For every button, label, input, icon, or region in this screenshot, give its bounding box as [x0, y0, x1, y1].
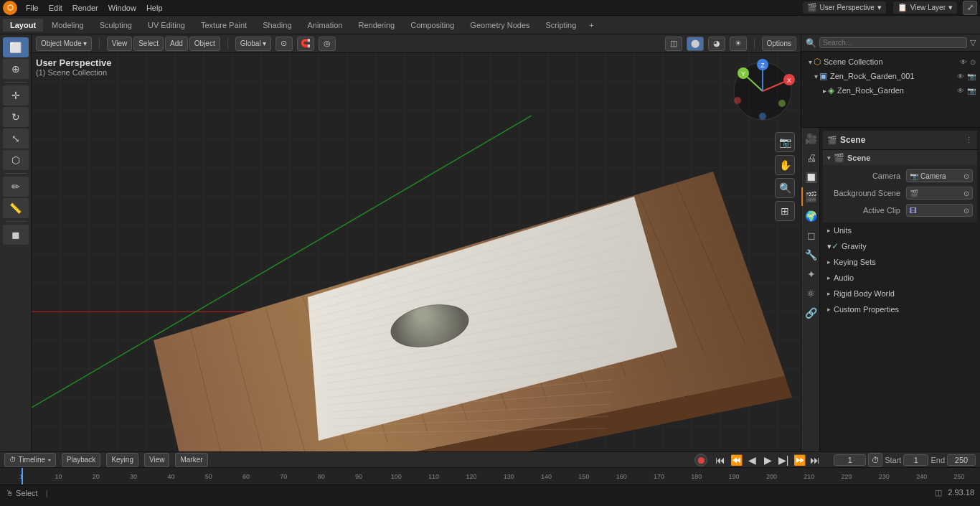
outliner-filter-btn[interactable]: ▽	[970, 38, 976, 47]
tab-compositing[interactable]: Compositing	[403, 19, 461, 32]
outliner-visibility-icon-3[interactable]: 👁	[957, 87, 964, 95]
playhead[interactable]	[22, 468, 23, 484]
timeline-type-btn[interactable]: ⏱ Timeline ▾	[4, 453, 56, 467]
custom-props-row[interactable]: ▸ Custom Properties	[823, 301, 977, 317]
viewport-canvas[interactable]: User Perspective (1) Scene Collection X …	[32, 53, 801, 451]
tab-modeling[interactable]: Modeling	[44, 19, 91, 32]
outliner-select-icon[interactable]: ⊙	[970, 58, 976, 66]
bg-scene-pick-icon[interactable]: ⊙	[963, 189, 969, 197]
object-mode-selector[interactable]: Object Mode ▾	[36, 37, 92, 51]
pivot-point-btn[interactable]: ⊙	[275, 37, 293, 51]
props-render-btn[interactable]: 🎥	[801, 129, 820, 148]
menu-window[interactable]: Window	[104, 2, 141, 14]
gravity-checkbox[interactable]: ✓	[831, 241, 839, 251]
end-frame-input[interactable]	[947, 454, 976, 466]
viewport-shading-wire[interactable]: ◫	[665, 37, 682, 51]
props-modifier-btn[interactable]: 🔧	[801, 245, 820, 264]
scene-selector[interactable]: 🎬 User Perspective ▾	[803, 1, 886, 14]
props-particles-btn[interactable]: ✦	[801, 265, 820, 284]
add-workspace-button[interactable]: +	[585, 19, 598, 32]
props-output-btn[interactable]: 🖨	[801, 149, 820, 167]
outliner-item-scene-collection[interactable]: ▾ ⬡ Scene Collection 👁 ⊙	[801, 55, 980, 69]
hand-tool-btn[interactable]: ✋	[775, 155, 795, 175]
active-clip-prop-value[interactable]: 🎞 ⊙	[906, 204, 973, 217]
camera-view-btn[interactable]: 📷	[775, 132, 795, 152]
props-options-icon[interactable]: ⋮	[965, 136, 973, 145]
active-clip-pick-icon[interactable]: ⊙	[963, 207, 969, 215]
options-button[interactable]: Options	[762, 37, 796, 51]
rotate-tool[interactable]: ↻	[3, 107, 29, 127]
outliner-visibility-icon[interactable]: 👁	[960, 58, 967, 66]
tab-uv-editing[interactable]: UV Editing	[141, 19, 192, 32]
props-object-btn[interactable]: ◻	[801, 226, 820, 245]
add-cube-tool[interactable]: ◼	[3, 225, 29, 245]
view-menu[interactable]: View	[107, 37, 133, 51]
annotate-tool[interactable]: ✏	[3, 177, 29, 197]
menu-help[interactable]: Help	[142, 2, 167, 14]
keying-sets-row[interactable]: ▸ Keying Sets	[823, 254, 977, 270]
record-button[interactable]: ⏺	[694, 454, 707, 467]
audio-row[interactable]: ▸ Audio	[823, 270, 977, 286]
outliner-item-zen-001[interactable]: ▾ ▣ Zen_Rock_Garden_001 👁 📷	[801, 69, 980, 83]
props-constraints-btn[interactable]: 🔗	[801, 304, 820, 322]
camera-pick-icon[interactable]: ⊙	[963, 172, 969, 180]
jump-end-btn[interactable]: ⏭	[808, 453, 822, 467]
jump-prev-btn[interactable]: ⏪	[729, 453, 743, 467]
playback-menu[interactable]: Playback	[62, 453, 101, 467]
props-view-layer-btn[interactable]: 🔲	[801, 168, 820, 187]
select-menu[interactable]: Select	[133, 37, 164, 51]
jump-next-btn[interactable]: ⏩	[792, 453, 806, 467]
navigation-gizmo[interactable]: X Y Z	[730, 59, 795, 123]
scene-section-header[interactable]: ▾ 🎬 Scene	[823, 149, 977, 165]
tab-rendering[interactable]: Rendering	[351, 19, 402, 32]
outliner-render-icon-2[interactable]: 📷	[967, 87, 976, 95]
menu-edit[interactable]: Edit	[44, 2, 67, 14]
add-menu[interactable]: Add	[165, 37, 188, 51]
fullscreen-button[interactable]: ⤢	[963, 1, 977, 15]
rigid-body-row[interactable]: ▸ Rigid Body World	[823, 286, 977, 301]
frame-clock-btn[interactable]: ⏱	[868, 453, 882, 467]
proportional-editing-btn[interactable]: ◎	[319, 37, 336, 51]
tab-animation[interactable]: Animation	[301, 19, 350, 32]
viewport-shading-render[interactable]: ☀	[730, 37, 747, 51]
transform-orientation-selector[interactable]: Global ▾	[235, 37, 271, 51]
props-world-btn[interactable]: 🌍	[801, 207, 820, 225]
tab-shading[interactable]: Shading	[255, 19, 298, 32]
view-layer-selector[interactable]: 📋 View Layer ▾	[893, 1, 957, 14]
outliner-render-icon[interactable]: 📷	[967, 72, 976, 80]
viewport-shading-solid[interactable]: ⬤	[687, 37, 704, 51]
keying-menu[interactable]: Keying	[106, 453, 138, 467]
snap-btn[interactable]: 🧲	[297, 37, 314, 51]
jump-start-btn[interactable]: ⏮	[713, 453, 727, 467]
object-menu[interactable]: Object	[189, 37, 220, 51]
tab-geometry-nodes[interactable]: Geometry Nodes	[463, 19, 537, 32]
units-row[interactable]: ▸ Units	[823, 222, 977, 238]
zoom-btn[interactable]: 🔍	[775, 178, 795, 198]
tab-sculpting[interactable]: Sculpting	[93, 19, 139, 32]
current-frame-input[interactable]	[834, 454, 866, 466]
camera-prop-value[interactable]: 📷 Camera ⊙	[906, 169, 973, 182]
menu-file[interactable]: File	[22, 2, 43, 14]
cursor-tool[interactable]: ⊕	[3, 59, 29, 79]
tab-scripting[interactable]: Scripting	[539, 19, 584, 32]
move-tool[interactable]: ✛	[3, 85, 29, 106]
outliner-search[interactable]	[819, 37, 967, 48]
view-menu-timeline[interactable]: View	[144, 453, 170, 467]
select-box-tool[interactable]: ⬜	[3, 37, 29, 57]
timeline-ruler[interactable]: 1 10 20 30 40 50 60 70 80 90 100 110 120…	[0, 468, 980, 484]
next-frame-btn[interactable]: ▶|	[776, 453, 791, 467]
marker-menu[interactable]: Marker	[175, 453, 207, 467]
measure-tool[interactable]: 📏	[3, 198, 29, 218]
tab-texture-paint[interactable]: Texture Paint	[194, 19, 254, 32]
props-scene-btn[interactable]: 🎬	[801, 187, 820, 206]
start-frame-input[interactable]	[903, 454, 928, 466]
quad-view-btn[interactable]: ⊞	[775, 201, 795, 221]
menu-render[interactable]: Render	[68, 2, 103, 14]
prev-frame-btn[interactable]: ◀	[745, 453, 759, 467]
outliner-visibility-icon-2[interactable]: 👁	[957, 72, 964, 80]
tab-layout[interactable]: Layout	[3, 19, 43, 32]
transform-tool[interactable]: ⬡	[3, 150, 29, 170]
outliner-item-zen[interactable]: ▸ ◈ Zen_Rock_Garden 👁 📷	[801, 83, 980, 98]
play-btn[interactable]: ▶	[760, 453, 775, 467]
scene-canvas[interactable]	[32, 53, 801, 451]
